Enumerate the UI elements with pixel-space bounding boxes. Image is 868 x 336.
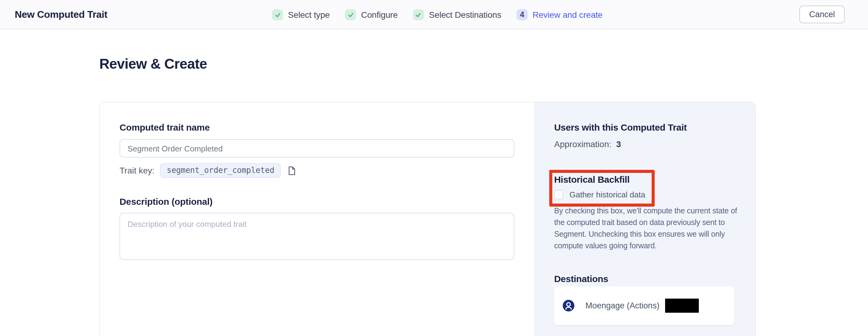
summary-panel: Users with this Computed Trait Approxima… — [534, 102, 755, 336]
description-label: Description (optional) — [120, 196, 514, 207]
destination-name: Moengage (Actions) — [585, 301, 659, 310]
trait-key-value-chip: segment_order_completed — [160, 163, 281, 178]
gather-historical-data-row: Gather historical data — [554, 190, 734, 199]
step-select-type[interactable]: Select type — [272, 9, 330, 20]
redaction-box — [665, 299, 699, 313]
step-label: Configure — [361, 10, 398, 20]
approximation-row: Approximation: 3 — [554, 139, 734, 149]
trait-key-row: Trait key: segment_order_completed — [120, 163, 514, 178]
gather-historical-data-checkbox[interactable] — [554, 190, 563, 199]
description-textarea[interactable] — [120, 213, 514, 260]
approximation-value: 3 — [616, 139, 621, 149]
destinations-heading: Destinations — [554, 273, 734, 284]
historical-backfill-heading: Historical Backfill — [554, 174, 734, 185]
check-icon — [345, 9, 356, 20]
step-label: Review and create — [532, 10, 602, 20]
computed-trait-name-input[interactable] — [120, 139, 514, 158]
review-card: Computed trait name Trait key: segment_o… — [99, 102, 756, 336]
approximation-label: Approximation: — [554, 139, 612, 149]
step-configure[interactable]: Configure — [345, 9, 398, 20]
trait-form-section: Computed trait name Trait key: segment_o… — [100, 102, 534, 336]
gather-historical-data-label: Gather historical data — [569, 190, 645, 199]
check-icon — [272, 9, 283, 20]
step-label: Select Destinations — [429, 10, 501, 20]
wizard-stepper: Select type Configure Select Destination… — [272, 0, 602, 29]
destination-item[interactable]: Moengage (Actions) — [554, 286, 734, 325]
new-computed-trait-page: New Computed Trait Select type Configure… — [0, 0, 868, 336]
check-icon — [413, 9, 424, 20]
moengage-avatar-icon — [563, 300, 575, 311]
backfill-description: By checking this box, we'll compute the … — [554, 205, 738, 252]
trait-key-label: Trait key: — [120, 165, 154, 175]
step-select-destinations[interactable]: Select Destinations — [413, 9, 501, 20]
users-heading: Users with this Computed Trait — [554, 122, 734, 132]
main-content: Review & Create Computed trait name Trai… — [0, 29, 868, 336]
step-number-badge: 4 — [517, 9, 527, 20]
cancel-button[interactable]: Cancel — [799, 5, 845, 23]
step-label: Select type — [288, 10, 330, 20]
page-title: Review & Create — [99, 56, 207, 72]
computed-trait-name-label: Computed trait name — [120, 122, 514, 132]
page-header-title: New Computed Trait — [15, 9, 107, 20]
step-review-and-create[interactable]: 4 Review and create — [517, 9, 602, 20]
top-bar: New Computed Trait Select type Configure… — [0, 0, 868, 29]
copy-document-icon[interactable] — [288, 166, 296, 175]
